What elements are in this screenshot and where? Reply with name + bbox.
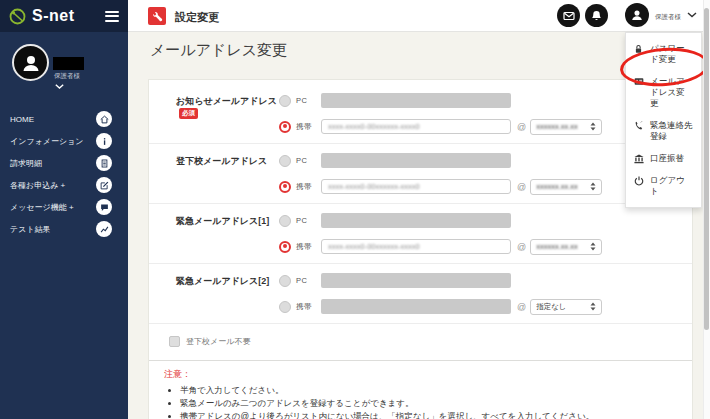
note-item: 緊急メールのみ二つのアドレスを登録することができます。 — [180, 398, 678, 409]
pc-radio[interactable] — [279, 95, 291, 107]
invoice-icon — [96, 155, 112, 171]
profile-role-label: 保護者様 — [54, 72, 80, 81]
scrollbar-track[interactable] — [703, 0, 710, 419]
sidebar-item-messages[interactable]: メッセージ機能 + — [0, 196, 128, 218]
phone-icon — [634, 121, 645, 131]
mobile-label: 携帯 — [296, 302, 316, 312]
profile-section: 保護者様 — [0, 32, 128, 98]
menu-item-email-change[interactable]: メールアドレス変更 — [626, 70, 701, 114]
topbar: 設定変更 保護者様 — [128, 0, 710, 32]
mobile-label: 携帯 — [296, 182, 316, 192]
form-row-commute-email: 登下校メールアドレス PC 携帯 xxxx-xxxx0-00xxxxxx-xxx… — [149, 144, 692, 204]
pc-email-input[interactable] — [321, 153, 511, 168]
message-icon — [96, 199, 112, 215]
field-label: 緊急メールアドレス[1] — [176, 210, 279, 257]
chevron-down-icon[interactable] — [55, 84, 64, 89]
sidebar-item-test-results[interactable]: テスト結果 — [0, 218, 128, 240]
wrench-icon — [148, 7, 166, 25]
main-content: メールアドレス変更 お知らせメールアドレス必須 PC 携帯 xxxx-xxxx0… — [128, 32, 710, 419]
pc-label: PC — [296, 96, 316, 105]
sidebar-item-applications[interactable]: 各種お申込み + — [0, 174, 128, 196]
mobile-radio[interactable] — [279, 301, 291, 313]
hamburger-menu-icon[interactable] — [105, 8, 119, 24]
sidebar: S-net 保護者様 HOME インフォメーション — [0, 0, 128, 419]
power-icon — [634, 176, 645, 186]
form-row-emergency-email-1: 緊急メールアドレス[1] PC 携帯 xxxx-xxxx0-00xxxxxx-x… — [149, 204, 692, 264]
form-row-emergency-email-2: 緊急メールアドレス[2] PC 携帯 @ 指定なし — [149, 264, 692, 324]
domain-select[interactable]: xxxxxx.xx.xx — [530, 179, 602, 195]
pc-radio[interactable] — [279, 215, 291, 227]
field-label: 緊急メールアドレス[2] — [176, 270, 279, 317]
pc-label: PC — [296, 156, 316, 165]
email-form-card: お知らせメールアドレス必須 PC 携帯 xxxx-xxxx0-00xxxxxx-… — [148, 79, 693, 419]
select-arrows-icon — [590, 182, 596, 191]
mobile-email-input[interactable]: xxxx-xxxx0-00xxxxxx-xxxx0 — [321, 119, 511, 134]
no-commute-mail-row: 登下校メール不要 — [149, 324, 692, 360]
brand-name: S-net — [32, 7, 105, 25]
avatar — [12, 44, 49, 81]
mail-icon[interactable] — [557, 4, 580, 27]
domain-select[interactable]: 指定なし — [530, 299, 602, 315]
pc-email-input[interactable] — [321, 93, 511, 108]
notes-title: 注意： — [164, 368, 678, 381]
form-row-notice-email: お知らせメールアドレス必須 PC 携帯 xxxx-xxxx0-00xxxxxx-… — [149, 84, 692, 144]
address-card-icon — [634, 77, 645, 86]
mobile-radio[interactable] — [279, 181, 291, 193]
lock-icon — [634, 44, 645, 54]
pc-label: PC — [296, 216, 316, 225]
home-icon — [96, 111, 112, 127]
note-item: 半角で入力してください。 — [180, 385, 678, 396]
menu-item-logout[interactable]: ログアウト — [626, 169, 701, 202]
at-sign: @ — [517, 302, 526, 312]
pc-radio[interactable] — [279, 275, 291, 287]
sidebar-header: S-net — [0, 0, 128, 32]
field-label: お知らせメールアドレス必須 — [176, 90, 279, 137]
mobile-email-input[interactable] — [321, 299, 511, 314]
at-sign: @ — [517, 182, 526, 192]
page-title: 設定変更 — [175, 10, 219, 25]
select-arrows-icon — [590, 302, 596, 311]
bell-icon[interactable] — [585, 4, 608, 27]
field-label: 登下校メールアドレス — [176, 150, 279, 197]
sidebar-item-information[interactable]: インフォメーション — [0, 130, 128, 152]
select-arrows-icon — [590, 242, 596, 251]
info-icon — [96, 133, 112, 149]
mobile-label: 携帯 — [296, 122, 316, 132]
domain-select[interactable]: xxxxxx.xx.xx — [530, 239, 602, 255]
pc-email-input[interactable] — [321, 273, 511, 288]
edit-icon — [96, 177, 112, 193]
at-sign: @ — [517, 122, 526, 132]
menu-item-bank-transfer[interactable]: 口座振替 — [626, 147, 701, 169]
bank-icon — [634, 154, 645, 164]
no-commute-mail-checkbox[interactable] — [169, 336, 180, 347]
user-avatar[interactable] — [625, 3, 649, 27]
checkbox-label: 登下校メール不要 — [186, 336, 250, 347]
brand-logo-icon — [9, 8, 26, 25]
pc-radio[interactable] — [279, 155, 291, 167]
redacted-name-overlay — [53, 57, 84, 70]
user-menu-chevron-icon[interactable] — [687, 12, 697, 18]
topbar-user-label: 保護者様 — [655, 13, 681, 22]
menu-item-password-change[interactable]: パスワード変更 — [626, 37, 701, 70]
sidebar-item-home[interactable]: HOME — [0, 108, 128, 130]
mobile-email-input[interactable]: xxxx-xxxx0-00xxxxxx-xxxx0 — [321, 239, 511, 254]
mobile-label: 携帯 — [296, 242, 316, 252]
notes-section: 注意： 半角で入力してください。 緊急メールのみ二つのアドレスを登録することがで… — [149, 361, 692, 419]
chart-icon — [96, 221, 112, 237]
menu-item-emergency-contact[interactable]: 緊急連絡先登録 — [626, 114, 701, 147]
mobile-email-input[interactable]: xxxx-xxxx0-00xxxxxx-xxxx0 — [321, 179, 511, 194]
pc-label: PC — [296, 276, 316, 285]
domain-select[interactable]: xxxxxx.xx.xx — [530, 119, 602, 135]
page-heading: メールアドレス変更 — [150, 41, 287, 60]
mobile-radio[interactable] — [279, 241, 291, 253]
note-item: 携帯アドレスの@より後ろがリスト内にない場合は、「指定なし」を選択し、すべてを入… — [180, 411, 678, 419]
required-badge: 必須 — [179, 108, 198, 119]
scrollbar-thumb[interactable] — [704, 8, 709, 330]
sidebar-nav: HOME インフォメーション 請求明細 各種お申込み + メッセージ機能 + — [0, 98, 128, 240]
at-sign: @ — [517, 242, 526, 252]
user-dropdown-menu: パスワード変更 メールアドレス変更 緊急連絡先登録 口座振替 ログアウト — [625, 32, 702, 208]
sidebar-item-invoice[interactable]: 請求明細 — [0, 152, 128, 174]
select-arrows-icon — [590, 122, 596, 131]
mobile-radio[interactable] — [279, 121, 291, 133]
pc-email-input[interactable] — [321, 213, 511, 228]
